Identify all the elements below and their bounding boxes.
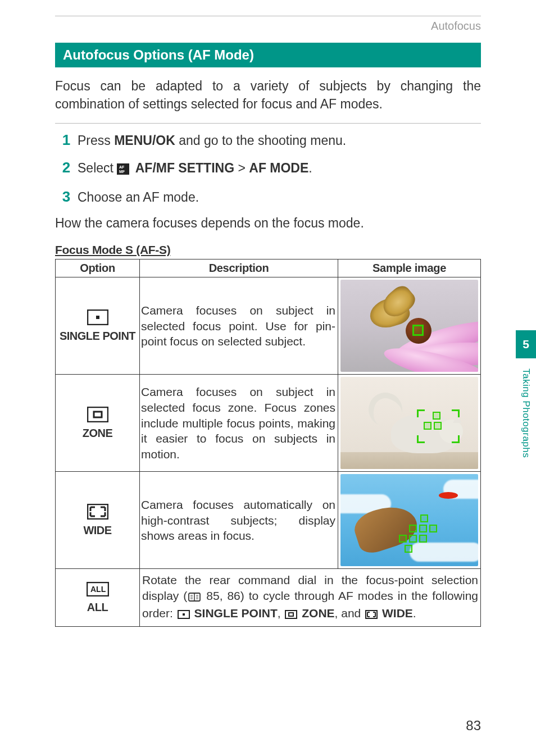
afmf-setting-label: AF/MF SETTING: [135, 161, 234, 175]
table-row: ALL ALL Rotate the rear command dial in …: [56, 569, 481, 626]
intro-paragraph: Focus can be adapted to a variety of sub…: [55, 78, 481, 113]
svg-rect-19: [183, 613, 185, 616]
text: , and: [335, 607, 365, 620]
step-text: Select AFMF AF/MF SETTING > AF MODE.: [78, 161, 312, 178]
col-description: Description: [140, 259, 338, 277]
chapter-label: Taking Photographs: [520, 368, 532, 458]
zone-icon: [59, 407, 136, 425]
svg-rect-20: [285, 611, 297, 618]
text: .: [413, 607, 416, 620]
col-option: Option: [56, 259, 140, 277]
step-text: Press MENU/OK and go to the shooting men…: [78, 133, 346, 148]
text: Select: [78, 161, 117, 175]
text: ,: [278, 607, 284, 620]
step-text: Choose an AF mode.: [78, 190, 199, 205]
text: and go to the shooting menu.: [175, 133, 346, 148]
svg-rect-21: [289, 613, 293, 616]
wide-icon: [365, 607, 378, 623]
svg-text:AF: AF: [119, 165, 125, 169]
steps-divider: [55, 123, 481, 124]
step-number: 1: [55, 131, 78, 149]
svg-text:MF: MF: [119, 170, 125, 174]
option-description: Camera focuses on subject in selected fo…: [140, 375, 338, 472]
text: SINGLE POINT: [194, 607, 278, 620]
svg-rect-6: [94, 412, 102, 417]
all-icon: ALL: [59, 582, 136, 599]
text: >: [234, 161, 249, 175]
breadcrumb: Autofocus: [55, 20, 481, 33]
af-mode-label: AF MODE: [249, 161, 308, 175]
svg-text:ALL: ALL: [90, 585, 106, 594]
option-label: SINGLE POINT: [59, 330, 136, 343]
step-3: 3 Choose an AF mode.: [55, 188, 481, 206]
option-description: Rotate the rear command dial in the focu…: [140, 569, 481, 626]
option-label: ZONE: [59, 427, 136, 440]
sample-image-butterfly: [340, 280, 478, 372]
wide-icon: [59, 504, 136, 522]
table-row: WIDE Camera focuses automatically on hig…: [56, 472, 481, 569]
text: Press: [78, 133, 114, 148]
step-2: 2 Select AFMF AF/MF SETTING > AF MODE.: [55, 159, 481, 178]
page-number: 83: [466, 718, 481, 734]
menu-ok-label: MENU/OK: [114, 133, 175, 148]
option-description: Camera focuses automatically on high-con…: [140, 472, 338, 569]
step-1: 1 Press MENU/OK and go to the shooting m…: [55, 131, 481, 149]
single-point-icon: [178, 607, 190, 623]
chapter-number: 5: [516, 330, 536, 358]
col-sample: Sample image: [338, 259, 481, 277]
focus-mode-subheading: Focus Mode S (AF-S): [55, 243, 481, 257]
table-header-row: Option Description Sample image: [56, 259, 481, 277]
text: WIDE: [382, 607, 413, 620]
body-paragraph: How the camera focuses depends on the fo…: [55, 216, 481, 231]
af-mode-table: Option Description Sample image SINGLE P…: [55, 259, 481, 626]
table-row: SINGLE POINT Camera focuses on subject i…: [56, 277, 481, 375]
svg-rect-5: [88, 407, 108, 422]
focus-point-icon: [412, 325, 424, 336]
sample-image-cat: [340, 377, 478, 469]
step-number: 3: [55, 188, 78, 206]
svg-rect-4: [96, 316, 99, 319]
chapter-tab: 5 Taking Photographs: [516, 330, 536, 458]
option-label: WIDE: [59, 524, 136, 537]
table-row: ZONE Camera focuses on subject in select…: [56, 375, 481, 472]
text: .: [308, 161, 312, 175]
option-description: Camera focuses on subject in selected fo…: [140, 277, 338, 375]
text: ZONE: [302, 607, 334, 620]
section-heading: Autofocus Options (AF Mode): [55, 43, 481, 67]
top-rule: [55, 16, 481, 16]
step-number: 2: [55, 159, 78, 176]
option-label: ALL: [59, 601, 136, 614]
single-point-icon: [59, 309, 136, 327]
sample-image-dog: [340, 474, 478, 566]
zone-icon: [285, 607, 297, 623]
page-ref-icon: [188, 590, 201, 605]
af-mf-setting-icon: AFMF: [117, 163, 129, 178]
